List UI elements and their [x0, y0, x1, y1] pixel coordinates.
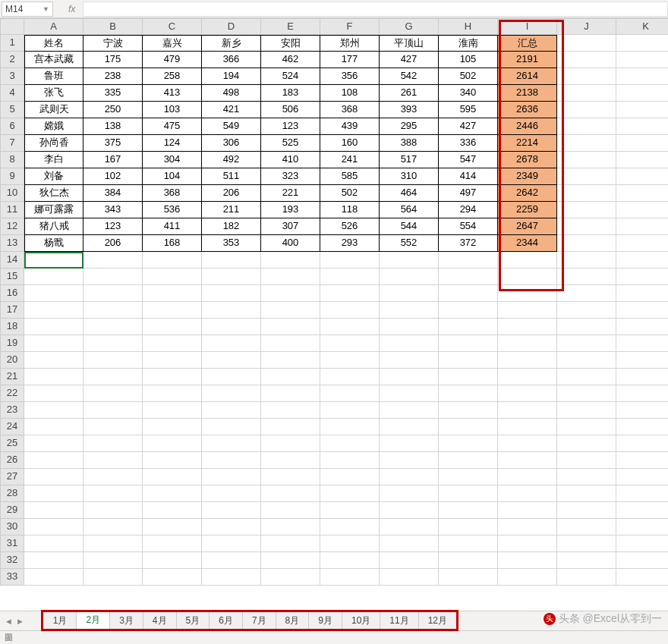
- cell-I7[interactable]: 2214: [498, 135, 557, 152]
- cell-D17[interactable]: [202, 302, 261, 319]
- column-header-E[interactable]: E: [261, 18, 320, 35]
- row-header-1[interactable]: 1: [0, 35, 24, 52]
- cell-B28[interactable]: [84, 485, 143, 502]
- cell-H19[interactable]: [439, 335, 498, 352]
- sheet-tab-12月[interactable]: 12月: [419, 611, 457, 630]
- row-header-8[interactable]: 8: [0, 152, 24, 168]
- cell-E10[interactable]: 221: [261, 185, 320, 202]
- cell-H17[interactable]: [439, 302, 498, 319]
- row-header-22[interactable]: 22: [0, 385, 24, 402]
- column-header-B[interactable]: B: [84, 18, 143, 35]
- cell-I28[interactable]: [498, 485, 557, 502]
- formula-bar[interactable]: [83, 2, 668, 17]
- cell-F31[interactable]: [320, 536, 380, 552]
- cell-I19[interactable]: [498, 335, 557, 352]
- cell-J1[interactable]: [557, 35, 616, 52]
- column-header-C[interactable]: C: [143, 18, 202, 35]
- cell-F17[interactable]: [320, 302, 380, 319]
- cell-H16[interactable]: [439, 285, 498, 302]
- cell-D26[interactable]: [202, 452, 261, 469]
- cell-B17[interactable]: [84, 302, 143, 319]
- cell-I22[interactable]: [498, 385, 557, 402]
- sheet-tab-5月[interactable]: 5月: [177, 611, 210, 630]
- cell-J20[interactable]: [557, 352, 616, 369]
- spreadsheet-grid[interactable]: ABCDEFGHIJK1姓名宁波嘉兴新乡安阳郑州平顶山淮南汇总2宫本武藏1754…: [0, 18, 668, 617]
- cell-K26[interactable]: [616, 452, 668, 469]
- cell-C30[interactable]: [143, 519, 202, 536]
- cell-H15[interactable]: [439, 269, 498, 285]
- cell-I32[interactable]: [498, 552, 557, 569]
- cell-D27[interactable]: [202, 469, 261, 485]
- row-header-12[interactable]: 12: [0, 218, 24, 235]
- cell-C4[interactable]: 413: [143, 85, 202, 102]
- cell-F32[interactable]: [320, 552, 380, 569]
- sheet-tab-3月[interactable]: 3月: [110, 611, 143, 630]
- cell-K20[interactable]: [616, 352, 668, 369]
- cell-F30[interactable]: [320, 519, 380, 536]
- cell-C10[interactable]: 368: [143, 185, 202, 202]
- cell-E28[interactable]: [261, 485, 320, 502]
- cell-E5[interactable]: 506: [261, 102, 320, 118]
- cell-K22[interactable]: [616, 385, 668, 402]
- cell-A32[interactable]: [24, 552, 84, 569]
- cell-C17[interactable]: [143, 302, 202, 319]
- cell-B19[interactable]: [84, 335, 143, 352]
- cell-G27[interactable]: [380, 469, 439, 485]
- cell-K29[interactable]: [616, 502, 668, 519]
- cell-D13[interactable]: 353: [202, 235, 261, 252]
- cell-F24[interactable]: [320, 419, 380, 435]
- cell-G17[interactable]: [380, 302, 439, 319]
- cell-H9[interactable]: 414: [439, 168, 498, 185]
- cell-A6[interactable]: 嫦娥: [24, 118, 84, 135]
- cell-H23[interactable]: [439, 402, 498, 419]
- cell-D9[interactable]: 511: [202, 168, 261, 185]
- cell-C20[interactable]: [143, 352, 202, 369]
- cell-H26[interactable]: [439, 452, 498, 469]
- cell-E16[interactable]: [261, 285, 320, 302]
- cell-I6[interactable]: 2446: [498, 118, 557, 135]
- cell-B23[interactable]: [84, 402, 143, 419]
- cell-J12[interactable]: [557, 218, 616, 235]
- cell-C21[interactable]: [143, 369, 202, 385]
- name-box[interactable]: M14 ▼: [2, 2, 53, 17]
- cell-B22[interactable]: [84, 385, 143, 402]
- sheet-tab-10月[interactable]: 10月: [342, 611, 380, 630]
- row-header-5[interactable]: 5: [0, 102, 24, 118]
- cell-A1[interactable]: 姓名: [24, 35, 84, 52]
- cell-G12[interactable]: 544: [380, 218, 439, 235]
- cell-B5[interactable]: 250: [84, 102, 143, 118]
- cell-G2[interactable]: 427: [380, 52, 439, 68]
- cell-H4[interactable]: 340: [439, 85, 498, 102]
- cell-F26[interactable]: [320, 452, 380, 469]
- row-header-27[interactable]: 27: [0, 469, 24, 485]
- cell-K13[interactable]: [616, 235, 668, 252]
- cell-D14[interactable]: [202, 252, 261, 269]
- cell-G18[interactable]: [380, 319, 439, 335]
- cell-H32[interactable]: [439, 552, 498, 569]
- row-header-2[interactable]: 2: [0, 52, 24, 68]
- cell-F3[interactable]: 356: [320, 68, 380, 85]
- name-box-dropdown-icon[interactable]: ▼: [43, 5, 49, 13]
- cell-G19[interactable]: [380, 335, 439, 352]
- cell-G33[interactable]: [380, 569, 439, 586]
- cell-B11[interactable]: 343: [84, 202, 143, 218]
- cell-K18[interactable]: [616, 319, 668, 335]
- cell-G1[interactable]: 平顶山: [380, 35, 439, 52]
- cell-E12[interactable]: 307: [261, 218, 320, 235]
- cell-A20[interactable]: [24, 352, 84, 369]
- cell-E2[interactable]: 462: [261, 52, 320, 68]
- cell-K5[interactable]: [616, 102, 668, 118]
- cell-H3[interactable]: 502: [439, 68, 498, 85]
- cell-F23[interactable]: [320, 402, 380, 419]
- cell-E6[interactable]: 123: [261, 118, 320, 135]
- cell-K7[interactable]: [616, 135, 668, 152]
- cell-G30[interactable]: [380, 519, 439, 536]
- cell-I20[interactable]: [498, 352, 557, 369]
- cell-C5[interactable]: 103: [143, 102, 202, 118]
- cell-I15[interactable]: [498, 269, 557, 285]
- cell-I4[interactable]: 2138: [498, 85, 557, 102]
- sheet-tab-2月[interactable]: 2月: [77, 611, 110, 630]
- cell-G22[interactable]: [380, 385, 439, 402]
- sheet-tab-7月[interactable]: 7月: [243, 611, 276, 630]
- cell-B7[interactable]: 375: [84, 135, 143, 152]
